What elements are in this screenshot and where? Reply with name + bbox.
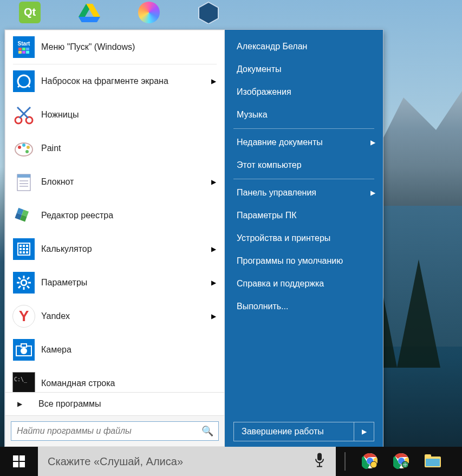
calculator-icon <box>12 238 36 260</box>
submenu-arrow-icon: ▶ <box>211 178 217 186</box>
start-menu-app-label: Yandex <box>41 311 211 321</box>
start-menu-places-label: Недавние документы <box>237 138 323 147</box>
taskbar-pinned-explorer-icon[interactable] <box>417 447 448 476</box>
svg-rect-49 <box>317 453 322 461</box>
scissors-icon <box>12 103 36 126</box>
start-menu-app-item[interactable]: Paint <box>5 132 224 165</box>
svg-rect-29 <box>26 248 28 250</box>
svg-rect-31 <box>23 251 25 253</box>
start-menu-places-item[interactable]: Александр Белан <box>225 35 383 58</box>
svg-line-39 <box>27 286 29 288</box>
svg-rect-45 <box>13 455 18 461</box>
desktop-shortcut-virtualbox[interactable] <box>190 0 227 24</box>
start-menu-places-item[interactable]: Документы <box>225 58 383 81</box>
separator <box>233 128 374 129</box>
start-menu-places-item[interactable]: Параметры ПК <box>225 204 383 227</box>
explorer-icon <box>424 453 441 470</box>
svg-point-10 <box>18 146 21 149</box>
submenu-arrow-icon: ▶ <box>211 312 217 320</box>
start-menu-places-label: Документы <box>237 64 281 74</box>
settings-icon <box>12 271 36 294</box>
start-menu-app-item[interactable]: Калькулятор▶ <box>5 232 224 266</box>
start-menu-app-item[interactable]: Набросок на фрагменте экрана▶ <box>5 64 224 98</box>
start-menu-places-label: Музыка <box>237 110 268 119</box>
svg-rect-47 <box>13 462 18 467</box>
start-menu-app-label: Калькулятор <box>41 244 211 254</box>
all-programs-label: Все программы <box>38 399 101 409</box>
svg-marker-2 <box>79 17 100 22</box>
svg-rect-43 <box>21 344 27 347</box>
start-menu-places-item[interactable]: Программы по умолчанию <box>225 250 383 272</box>
start-menu-places-label: Выполнить... <box>237 302 289 311</box>
start-menu-app-item[interactable]: StartМеню "Пуск" (Windows) <box>5 30 224 64</box>
chrome-icon <box>362 453 378 471</box>
start-menu-app-item[interactable]: YYandex▶ <box>5 299 224 333</box>
taskbar-pinned-chrome-icon[interactable] <box>354 447 386 476</box>
shutdown-button[interactable]: Завершение работы <box>234 422 354 441</box>
svg-rect-61 <box>426 459 440 466</box>
submenu-arrow-icon: ▶ <box>211 77 217 85</box>
start-menu-app-label: Командная строка <box>41 379 217 388</box>
search-box[interactable]: 🔍 <box>11 421 219 441</box>
paint-icon <box>12 137 36 160</box>
start-menu-places-item[interactable]: Музыка <box>225 103 383 126</box>
svg-rect-32 <box>26 251 28 253</box>
start-menu-places-item[interactable]: Этот компьютер <box>225 154 383 177</box>
start-menu-app-item[interactable]: Редактор реестра <box>5 199 224 232</box>
submenu-arrow-icon: ▶ <box>211 245 217 253</box>
svg-point-12 <box>27 146 30 149</box>
svg-rect-26 <box>26 245 28 247</box>
shutdown-group: Завершение работы ▶ <box>233 422 374 441</box>
svg-line-38 <box>18 277 21 279</box>
start-menu-app-item[interactable]: Параметры▶ <box>5 266 224 299</box>
desktop-shortcut-qt[interactable]: Qt <box>11 0 49 24</box>
start-icon: Start <box>12 36 36 58</box>
start-menu-places-item[interactable]: Выполнить... <box>225 295 383 318</box>
search-icon[interactable]: 🔍 <box>197 425 218 437</box>
start-menu-places-item[interactable]: Изображения <box>225 81 383 103</box>
svg-rect-30 <box>19 251 22 253</box>
start-menu-places-item[interactable]: Панель управления▶ <box>225 181 383 204</box>
start-menu-app-item[interactable]: Блокнот▶ <box>5 165 224 199</box>
desktop-shortcut-krita[interactable] <box>130 0 168 24</box>
start-menu-places-label: Александр Белан <box>237 42 307 51</box>
notepad-icon <box>12 171 36 193</box>
svg-line-40 <box>27 277 29 279</box>
start-menu-places-item[interactable]: Недавние документы▶ <box>225 131 383 154</box>
svg-point-33 <box>21 280 27 285</box>
start-menu-app-label: Блокнот <box>41 177 211 187</box>
search-input[interactable] <box>11 426 197 436</box>
voice-assistant-bar[interactable]: Скажите «Слушай, Алиса» <box>38 447 336 476</box>
start-menu-app-item[interactable]: C:\_Командная строка <box>5 367 224 392</box>
start-menu: StartМеню "Пуск" (Windows)Набросок на фр… <box>4 29 383 447</box>
taskbar: Скажите «Слушай, Алиса» <box>0 447 462 476</box>
start-menu-places-label: Панель управления <box>237 188 316 197</box>
start-menu-app-item[interactable]: Ножницы <box>5 98 224 132</box>
svg-point-13 <box>25 150 29 153</box>
svg-point-44 <box>21 348 27 354</box>
taskbar-divider <box>344 452 346 471</box>
svg-rect-46 <box>19 455 25 461</box>
taskbar-pinned-chrome-earth-icon[interactable] <box>386 447 417 476</box>
microphone-icon[interactable] <box>314 453 325 471</box>
separator <box>233 179 374 179</box>
start-menu-right-panel: Александр БеланДокументыИзображенияМузык… <box>225 30 383 447</box>
desktop-shortcut-drive[interactable] <box>70 0 108 24</box>
start-menu-places-item[interactable]: Устройства и принтеры <box>225 227 383 250</box>
start-menu-places-label: Изображения <box>237 87 291 96</box>
start-menu-places-item[interactable]: Справка и поддержка <box>225 272 383 295</box>
start-button[interactable] <box>0 447 38 476</box>
cmd-icon: C:\_ <box>12 372 36 392</box>
start-menu-app-item[interactable]: Камера <box>5 333 224 367</box>
search-container: 🔍 <box>5 415 224 446</box>
chrome-earth-icon <box>393 453 409 471</box>
submenu-arrow-icon: ▶ <box>370 189 375 197</box>
start-menu-app-label: Набросок на фрагменте экрана <box>41 76 211 86</box>
svg-marker-3 <box>199 2 218 24</box>
svg-rect-60 <box>425 454 431 459</box>
start-menu-app-label: Параметры <box>41 278 211 288</box>
svg-rect-27 <box>19 248 22 250</box>
all-programs-button[interactable]: ▶ Все программы <box>5 392 224 415</box>
shutdown-options-button[interactable]: ▶ <box>354 422 374 441</box>
svg-rect-15 <box>17 174 30 178</box>
